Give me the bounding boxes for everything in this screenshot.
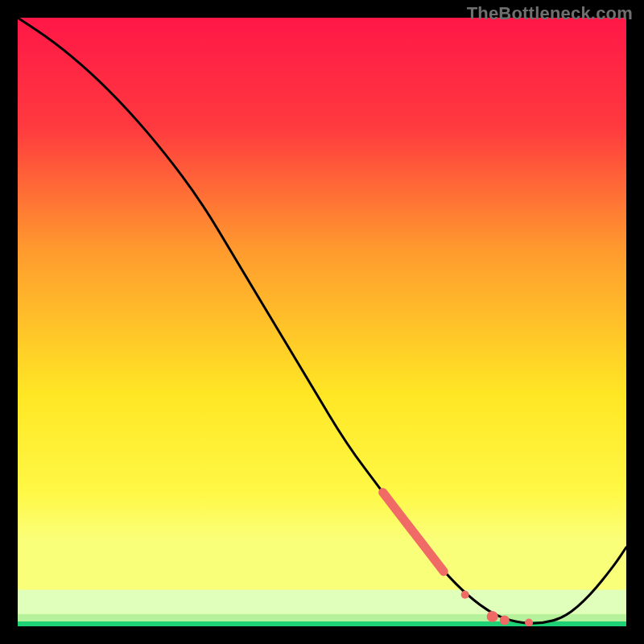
chart-canvas [0, 0, 644, 644]
chart-frame: TheBottleneck.com [0, 0, 644, 644]
highlight-dot-0 [461, 591, 469, 599]
highlight-dot-2 [500, 615, 510, 625]
highlight-dot-1 [487, 611, 498, 622]
gradient-background [18, 18, 626, 626]
pale-band [18, 590, 626, 614]
highlight-dot-3 [525, 618, 533, 626]
watermark-label: TheBottleneck.com [467, 3, 633, 24]
green-transition-band [18, 614, 626, 621]
